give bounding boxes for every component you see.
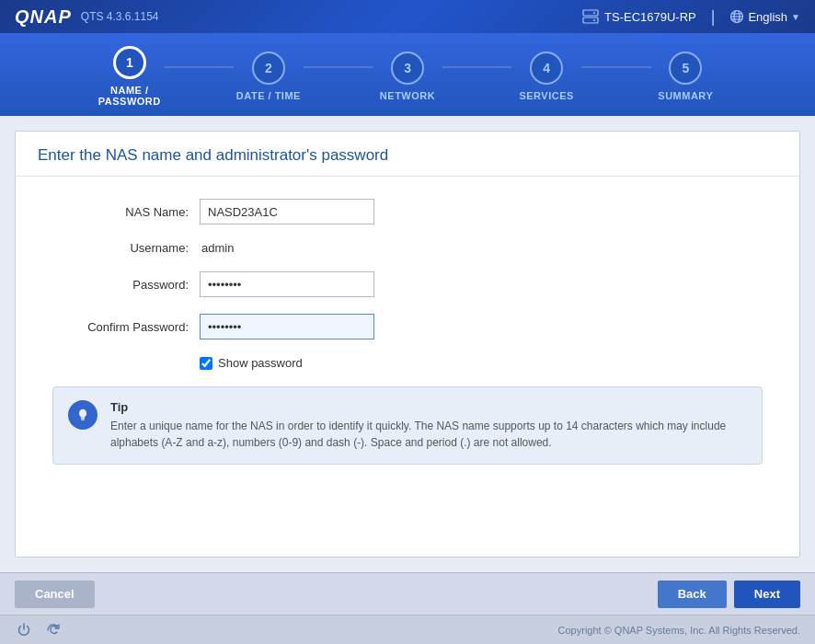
show-password-label[interactable]: Show password [218,356,303,370]
step-2-label: DATE / TIME [236,90,301,101]
password-label: Password: [52,278,200,292]
main-area: Enter the NAS name and administrator's p… [0,116,815,572]
step-5: 5 SUMMARY [651,52,721,101]
qnap-logo: QNAP [15,6,72,28]
step-4-label: SERVICES [519,90,573,101]
step-line-1 [165,66,235,68]
step-4-circle: 4 [530,52,563,85]
qnap-brand: QNAP [15,6,72,28]
lightbulb-icon [75,407,91,423]
wizard-bar: 1 NAME / PASSWORD 2 DATE / TIME 3 NETWOR… [0,33,815,116]
password-input[interactable] [200,271,374,297]
step-3-circle: 3 [391,52,424,85]
username-label: Username: [52,241,200,255]
power-icon [15,621,33,639]
step-3-label: NETWORK [380,90,435,101]
svg-rect-11 [81,420,85,420]
status-bar: Copyright © QNAP Systems, Inc. All Right… [0,615,815,644]
svg-point-2 [593,12,595,14]
step-line-3 [442,66,512,68]
back-button[interactable]: Back [658,581,727,608]
copyright-text: Copyright © QNAP Systems, Inc. All Right… [558,625,800,636]
username-value: admin [200,241,234,255]
confirm-label: Confirm Password: [52,320,200,334]
show-password-row: Show password [200,356,763,370]
footer-bar: Cancel Back Next [0,572,815,615]
qts-version: QTS 4.3.6.1154 [81,10,159,23]
username-row: Username: admin [52,241,763,255]
header-divider: | [711,7,716,27]
step-4: 4 SERVICES [511,52,581,101]
card-title: Enter the NAS name and administrator's p… [16,132,799,177]
confirm-password-input[interactable] [200,314,374,339]
device-name-text: TS-EC1679U-RP [604,10,696,24]
password-row: Password: [52,271,763,297]
header-right: TS-EC1679U-RP | English ▼ [582,7,800,27]
wizard-steps: 1 NAME / PASSWORD 2 DATE / TIME 3 NETWOR… [95,46,720,107]
step-1-circle: 1 [113,46,146,79]
show-password-checkbox[interactable] [200,357,212,370]
tip-box: Tip Enter a unique name for the NAS in o… [52,386,763,465]
step-5-label: SUMMARY [658,90,713,101]
svg-rect-10 [81,418,86,419]
nas-name-label: NAS Name: [52,205,200,219]
step-5-circle: 5 [669,52,702,85]
step-2: 2 DATE / TIME [234,52,304,101]
header-left: QNAP QTS 4.3.6.1154 [15,6,159,28]
cancel-button[interactable]: Cancel [15,581,95,608]
tip-content: Tip Enter a unique name for the NAS in o… [110,400,747,451]
language-selector[interactable]: English ▼ [729,9,800,24]
device-name: TS-EC1679U-RP [582,9,696,24]
nas-name-input[interactable] [200,199,374,224]
step-line-4 [581,66,651,68]
svg-point-9 [79,409,86,418]
step-3: 3 NETWORK [373,52,442,101]
svg-point-3 [593,19,595,21]
refresh-icon [44,621,63,639]
tip-text: Enter a unique name for the NAS in order… [110,418,747,451]
next-button[interactable]: Next [734,581,800,608]
globe-icon [729,9,744,24]
status-icons [15,621,63,639]
step-line-2 [304,66,373,68]
tip-icon-container [68,400,98,430]
step-1: 1 NAME / PASSWORD [95,46,165,107]
step-1-label: NAME / PASSWORD [95,85,165,107]
step-2-circle: 2 [252,52,285,85]
footer-right: Back Next [658,581,800,608]
nas-icon [582,9,599,24]
language-dropdown-arrow: ▼ [791,12,800,22]
language-label: English [748,10,787,24]
card-body: NAS Name: Username: admin Password: Conf… [16,177,799,557]
svg-rect-1 [583,17,598,23]
nas-name-row: NAS Name: [52,199,763,224]
tip-title: Tip [110,400,747,414]
confirm-password-row: Confirm Password: [52,314,763,339]
svg-rect-0 [583,10,598,16]
content-card: Enter the NAS name and administrator's p… [15,131,800,558]
header: QNAP QTS 4.3.6.1154 TS-EC1679U-RP | En [0,0,815,33]
